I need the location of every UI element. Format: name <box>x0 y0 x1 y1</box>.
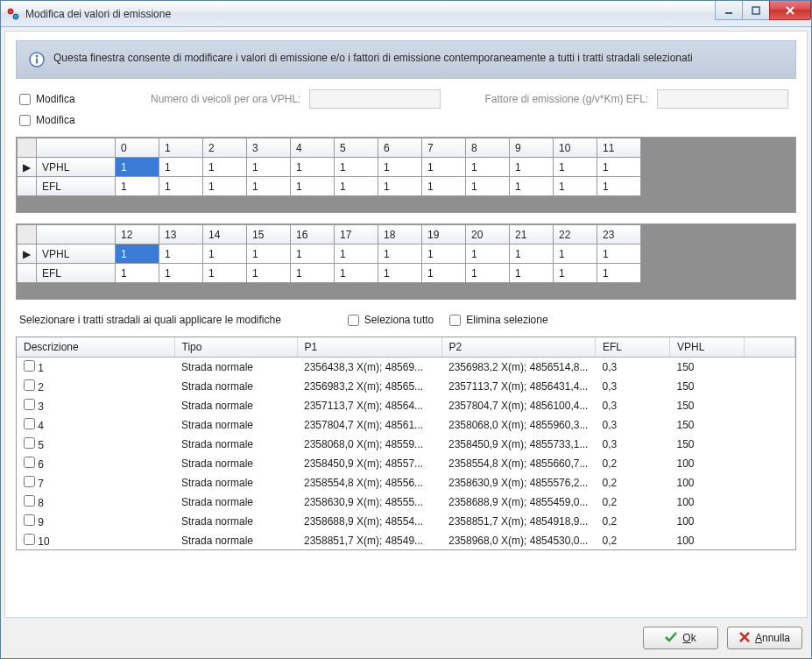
grid-row-indicator[interactable] <box>18 264 37 283</box>
list-cell[interactable]: 3 <box>17 396 174 415</box>
list-cell[interactable]: 0,3 <box>595 415 669 435</box>
list-cell[interactable]: 9 <box>17 512 174 531</box>
grid-cell[interactable]: 1 <box>116 264 159 283</box>
grid-cell[interactable]: 1 <box>247 264 291 283</box>
grid-cell[interactable]: 1 <box>247 158 291 177</box>
list-cell[interactable]: 150 <box>669 415 744 435</box>
grid-cell[interactable]: 1 <box>554 158 597 177</box>
list-cell[interactable]: 1 <box>17 358 174 378</box>
modify2-checkbox-label[interactable]: Modifica <box>19 114 142 126</box>
grid-col-header[interactable]: 16 <box>291 225 335 244</box>
grid-col-header[interactable]: 15 <box>247 225 291 244</box>
list-col-header[interactable]: Descrizione <box>17 337 174 358</box>
grid-row-label[interactable]: VPHL <box>37 244 116 264</box>
grid-cell[interactable]: 1 <box>159 158 203 177</box>
grid-cell[interactable]: 1 <box>378 158 422 177</box>
list-cell[interactable]: Strada normale <box>174 492 297 512</box>
row-checkbox[interactable] <box>24 457 35 468</box>
list-cell[interactable]: 4 <box>17 415 174 435</box>
table-row[interactable]: 3Strada normale2357113,7 X(m); 48564...2… <box>17 396 795 415</box>
list-cell[interactable]: 2358630,9 X(m); 4855576,2... <box>441 473 595 492</box>
grid-cell[interactable]: 1 <box>335 177 378 196</box>
road-list-table[interactable]: DescrizioneTipoP1P2EFLVPHL 1Strada norma… <box>17 337 795 549</box>
list-cell[interactable]: Strada normale <box>174 435 297 454</box>
list-cell[interactable]: 0,2 <box>595 454 669 473</box>
list-cell[interactable]: 2358554,8 X(m); 4855660,7... <box>441 454 595 473</box>
grid-cell[interactable]: 1 <box>554 177 597 196</box>
grid-cell[interactable]: 1 <box>159 264 203 283</box>
list-cell[interactable]: 0,2 <box>595 512 669 531</box>
list-cell[interactable]: 2357804,7 X(m); 48561... <box>297 415 441 435</box>
list-cell[interactable]: 150 <box>669 377 744 396</box>
list-cell[interactable]: 150 <box>669 358 744 378</box>
list-cell[interactable]: Strada normale <box>174 512 297 531</box>
grid-cell[interactable]: 1 <box>510 244 554 264</box>
grid-cell[interactable]: 1 <box>554 264 597 283</box>
grid-cell[interactable]: 1 <box>422 264 466 283</box>
list-cell[interactable]: 2358450,9 X(m); 48557... <box>297 454 441 473</box>
grid-col-header[interactable]: 0 <box>116 138 159 158</box>
efl-input[interactable] <box>657 89 788 109</box>
select-all-checkbox[interactable] <box>348 315 359 326</box>
grid-cell[interactable]: 1 <box>247 244 291 264</box>
list-cell[interactable]: 0,3 <box>595 358 669 378</box>
grid-cell[interactable]: 1 <box>597 158 641 177</box>
table-row[interactable]: 5Strada normale2358068,0 X(m); 48559...2… <box>17 435 795 454</box>
list-cell[interactable]: 2357113,7 X(m); 4856431,4... <box>441 377 595 396</box>
list-cell[interactable]: 10 <box>17 531 174 549</box>
grid-cell[interactable]: 1 <box>291 177 335 196</box>
list-cell[interactable]: Strada normale <box>174 396 297 415</box>
list-cell[interactable]: 0,2 <box>595 492 669 512</box>
list-cell[interactable]: 2358688,9 X(m); 48554... <box>297 512 441 531</box>
list-cell[interactable]: 150 <box>669 396 744 415</box>
grid-col-header[interactable]: 8 <box>466 138 510 158</box>
grid-row-label[interactable]: EFL <box>37 177 116 196</box>
table-row[interactable]: 6Strada normale2358450,9 X(m); 48557...2… <box>17 454 795 473</box>
list-cell[interactable]: 8 <box>17 492 174 512</box>
list-cell[interactable]: 2358630,9 X(m); 48555... <box>297 492 441 512</box>
grid-cell[interactable]: 1 <box>116 177 159 196</box>
modify1-checkbox-label[interactable]: Modifica <box>19 93 142 105</box>
list-cell[interactable]: 100 <box>669 473 744 492</box>
list-cell[interactable]: 100 <box>669 531 744 549</box>
minimize-button[interactable] <box>715 1 743 20</box>
grid-cell[interactable]: 1 <box>203 244 247 264</box>
list-cell[interactable]: 2358450,9 X(m); 4855733,1... <box>441 435 595 454</box>
grid-row-label[interactable]: EFL <box>37 264 116 283</box>
row-checkbox[interactable] <box>24 476 35 487</box>
list-cell[interactable]: 100 <box>669 454 744 473</box>
grid-cell[interactable]: 1 <box>597 264 641 283</box>
modify1-checkbox[interactable] <box>19 94 31 105</box>
grid-col-header[interactable]: 19 <box>422 225 466 244</box>
table-row[interactable]: 1Strada normale2356438,3 X(m); 48569...2… <box>17 358 795 378</box>
grid-cell[interactable]: 1 <box>597 177 641 196</box>
list-cell[interactable]: 2356438,3 X(m); 48569... <box>297 358 441 378</box>
list-cell[interactable]: 2358968,0 X(m); 4854530,0... <box>441 531 595 549</box>
grid-col-header[interactable]: 17 <box>335 225 378 244</box>
list-cell[interactable]: Strada normale <box>174 473 297 492</box>
grid-cell[interactable]: 1 <box>510 158 554 177</box>
list-cell[interactable]: 0,3 <box>595 377 669 396</box>
close-button[interactable] <box>769 1 811 20</box>
list-cell[interactable]: 2356983,2 X(m); 4856514,8... <box>441 358 595 378</box>
list-cell[interactable]: 100 <box>669 512 744 531</box>
list-cell[interactable]: 2358851,7 X(m); 4854918,9... <box>441 512 595 531</box>
grid-cell[interactable]: 1 <box>378 177 422 196</box>
grid-col-header[interactable]: 6 <box>378 138 422 158</box>
grid-cell[interactable]: 1 <box>291 158 335 177</box>
grid-cell[interactable]: 1 <box>378 264 422 283</box>
list-cell[interactable]: 150 <box>669 435 744 454</box>
list-col-header[interactable]: EFL <box>595 337 669 358</box>
grid-col-header[interactable]: 18 <box>378 225 422 244</box>
list-cell[interactable]: 100 <box>669 492 744 512</box>
grid-cell[interactable]: 1 <box>422 244 466 264</box>
row-checkbox[interactable] <box>24 360 35 372</box>
grid-cell[interactable]: 1 <box>116 244 159 264</box>
grid-cell[interactable]: 1 <box>378 244 422 264</box>
row-checkbox[interactable] <box>24 379 35 391</box>
vphl-input[interactable] <box>309 89 441 109</box>
row-checkbox[interactable] <box>24 437 35 449</box>
grid-col-header[interactable]: 3 <box>247 138 291 158</box>
list-cell[interactable]: 2 <box>17 377 174 396</box>
grid-col-header[interactable]: 12 <box>116 225 159 244</box>
